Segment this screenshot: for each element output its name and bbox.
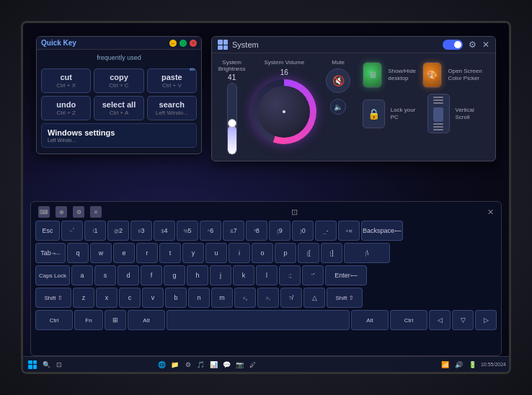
key-0[interactable]: )0 [292,221,314,241]
key-b[interactable]: b [165,288,187,308]
key-ctrl-left[interactable]: Ctrl [35,310,73,330]
brightness-slider[interactable] [227,83,237,155]
quickkey-windows-settings[interactable]: Windows settings Left Windo... [41,123,197,148]
key-arrow-right[interactable]: ▷ [475,310,497,330]
key-v[interactable]: v [142,288,164,308]
color-picker-btn[interactable]: 🎨 [422,62,442,88]
key-alt-left[interactable]: Alt [128,310,165,330]
key-s[interactable]: s [94,265,116,285]
mute-extra-icon[interactable]: 🔈 [330,99,346,115]
quickkey-minimize-btn[interactable]: – [169,40,177,47]
key-shift-left[interactable]: Shift ⇧ [35,288,71,308]
key-f[interactable]: f [141,265,162,285]
key-k[interactable]: k [233,265,254,285]
key-space[interactable] [167,310,350,330]
key-u[interactable]: u [205,243,227,263]
key-esc[interactable]: Esc [35,221,60,241]
key-equals[interactable]: += [338,221,360,241]
key-g[interactable]: g [164,265,185,285]
key-t[interactable]: t [159,243,181,263]
key-win[interactable]: ⊞ [105,310,126,330]
key-z[interactable]: z [73,288,94,308]
key-o[interactable]: o [252,243,273,263]
key-alt-right[interactable]: Alt [351,310,389,330]
key-arrow-down[interactable]: ▽ [452,310,474,330]
key-d[interactable]: d [118,265,139,285]
system-close-icon[interactable]: ✕ [482,40,489,50]
quickkey-select-all[interactable]: select all Ctrl + A [94,96,143,120]
key-minus[interactable]: _- [315,221,337,241]
taskbar-app-5[interactable]: 📊 [208,359,220,370]
show-hide-desktop-btn[interactable]: 🖥 [363,62,382,88]
key-backspace[interactable]: Backspace⟵ [361,221,403,241]
taskbar-widgets-icon[interactable]: ⊡ [53,359,65,370]
key-tab[interactable]: Tab⇥— [35,243,66,263]
tray-volume-icon[interactable]: 🔊 [453,359,465,370]
key-4[interactable]: $4 [154,221,175,241]
taskbar-app-7[interactable]: 📷 [234,359,246,370]
key-p[interactable]: p [275,243,296,263]
key-5[interactable]: %5 [177,221,198,241]
quickkey-cut[interactable]: cut Ctrl + X [41,68,91,93]
kb-toolbar-icon-2[interactable]: ⊕ [56,206,67,218]
key-7[interactable]: &7 [223,221,244,241]
keyboard-resize-icon[interactable]: ⊡ [291,208,298,217]
system-settings-icon[interactable]: ⚙ [469,40,476,50]
key-3[interactable]: #3 [130,221,152,241]
key-shift-right[interactable]: Shift ⇧ [327,288,363,308]
key-arrow-left[interactable]: ◁ [429,310,451,330]
quickkey-close-btn[interactable]: × [190,40,197,47]
key-1[interactable]: !1 [84,221,106,241]
key-tilde[interactable]: ~` [61,221,83,241]
key-lbracket[interactable]: {[ [298,243,319,263]
taskbar-app-3[interactable]: ⚙ [182,359,194,370]
key-capslock[interactable]: Caps Lock [35,265,70,285]
taskbar-app-2[interactable]: 📁 [169,359,181,370]
tray-network-icon[interactable]: 📶 [440,359,451,370]
key-slash[interactable]: ?/ [280,288,302,308]
key-2[interactable]: @2 [107,221,129,241]
quickkey-edit-icon[interactable]: ✏ [190,66,195,74]
lock-pc-btn[interactable]: 🔒 [363,99,385,128]
key-triangle[interactable]: △ [303,288,325,308]
kb-toolbar-icon-3[interactable]: ⚙ [73,206,84,218]
keyboard-close-btn[interactable]: ✕ [487,208,494,217]
key-c[interactable]: c [119,288,141,308]
taskbar-app-1[interactable]: 🌐 [156,359,168,370]
key-9[interactable]: (9 [269,221,291,241]
volume-knob[interactable] [252,79,316,144]
key-6[interactable]: ^6 [200,221,221,241]
key-quote[interactable]: "' [302,265,324,285]
vertical-scroll-btn[interactable] [427,94,450,133]
key-period[interactable]: >. [257,288,279,308]
quickkey-maximize-btn[interactable]: □ [179,40,187,47]
key-l[interactable]: l [256,265,278,285]
key-x[interactable]: x [96,288,118,308]
mute-button[interactable]: 🔇 [326,68,350,93]
key-enter[interactable]: Enter⟵ [325,265,367,285]
key-comma[interactable]: <, [234,288,256,308]
quickkey-search[interactable]: search Left Windo... [147,96,197,120]
key-h[interactable]: h [187,265,208,285]
taskbar-app-6[interactable]: 💬 [221,359,233,370]
key-e[interactable]: e [113,243,135,263]
key-semicolon[interactable]: :; [279,265,301,285]
brightness-handle[interactable] [228,119,236,128]
key-i[interactable]: i [229,243,250,263]
system-toggle[interactable] [443,40,463,50]
taskbar-search-icon[interactable]: 🔍 [40,359,52,370]
tray-battery-icon[interactable]: 🔋 [467,359,479,370]
key-fn[interactable]: Fn [74,310,103,330]
windows-logo[interactable] [28,360,37,369]
quickkey-copy[interactable]: copy Ctrl + C [94,68,143,93]
key-ctrl-right[interactable]: Ctrl [390,310,427,330]
key-r[interactable]: r [136,243,158,263]
taskbar-app-4[interactable]: 🎵 [195,359,207,370]
taskbar-app-8[interactable]: 🖊 [247,359,259,370]
key-q[interactable]: q [67,243,89,263]
key-8[interactable]: *8 [246,221,267,241]
key-a[interactable]: a [71,265,93,285]
key-j[interactable]: j [210,265,231,285]
key-w[interactable]: w [90,243,112,263]
kb-toolbar-icon-1[interactable]: ⌨ [38,206,50,218]
